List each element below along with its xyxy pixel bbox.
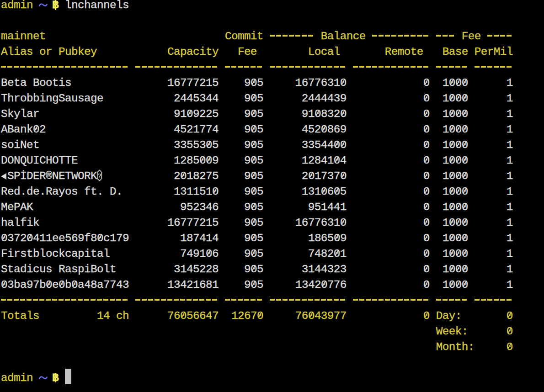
- svg-text:?: ?: [97, 173, 101, 180]
